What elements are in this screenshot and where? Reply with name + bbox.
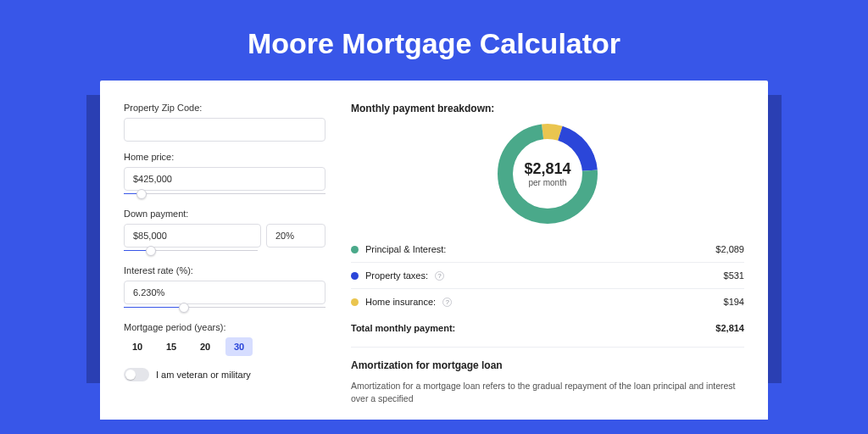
interest-rate-label: Interest rate (%): [124, 265, 326, 275]
amortization-title: Amortization for mortgage loan [351, 359, 744, 371]
legend-dot [351, 246, 359, 253]
breakdown-line: Property taxes:?$531 [351, 263, 744, 289]
breakdown-item-label: Property taxes: [365, 270, 428, 281]
calculator-card: Property Zip Code: Home price: Down paym… [100, 81, 768, 420]
info-icon[interactable]: ? [442, 298, 452, 307]
home-price-group: Home price: [124, 152, 326, 198]
down-payment-pct-input[interactable] [266, 224, 326, 248]
donut-chart: $2,814 per month [495, 121, 600, 226]
breakdown-item-value: $2,089 [715, 244, 744, 254]
breakdown-title: Monthly payment breakdown: [351, 103, 744, 114]
interest-rate-group: Interest rate (%): [124, 265, 326, 312]
home-price-slider[interactable] [124, 190, 326, 198]
zip-label: Property Zip Code: [124, 103, 326, 113]
down-payment-label: Down payment: [124, 209, 326, 219]
page-title: Moore Mortgage Calculator [0, 0, 868, 81]
veteran-toggle[interactable] [124, 368, 149, 381]
home-price-input[interactable] [124, 167, 326, 191]
breakdown-panel: Monthly payment breakdown: $2,814 per mo… [351, 103, 744, 420]
interest-rate-slider[interactable] [124, 303, 326, 312]
legend-dot [351, 298, 359, 306]
breakdown-item-label: Principal & Interest: [365, 244, 446, 254]
down-payment-input[interactable] [124, 224, 261, 248]
period-button-30[interactable]: 30 [225, 337, 253, 356]
donut-center-sub: per month [528, 178, 566, 187]
breakdown-item-value: $531 [724, 270, 744, 281]
period-button-10[interactable]: 10 [124, 337, 151, 356]
mortgage-period-label: Mortgage period (years): [124, 322, 326, 332]
mortgage-period-group: Mortgage period (years): 10152030 [124, 322, 326, 356]
breakdown-item-label: Home insurance: [365, 297, 436, 307]
donut-chart-wrap: $2,814 per month [351, 121, 744, 226]
veteran-label: I am veteran or military [156, 370, 251, 380]
legend-dot [351, 272, 359, 280]
down-payment-group: Down payment: [124, 209, 326, 255]
breakdown-line: Home insurance:?$194 [351, 289, 744, 314]
period-button-20[interactable]: 20 [192, 337, 219, 356]
donut-center-amount: $2,814 [524, 160, 570, 178]
amortization-section: Amortization for mortgage loan Amortizat… [351, 347, 744, 404]
veteran-row: I am veteran or military [124, 368, 326, 381]
breakdown-line: Principal & Interest:$2,089 [351, 236, 744, 263]
info-icon[interactable]: ? [435, 271, 444, 281]
total-value: $2,814 [715, 323, 744, 333]
zip-input[interactable] [124, 118, 326, 142]
breakdown-item-value: $194 [724, 297, 744, 307]
amortization-body: Amortization for a mortgage loan refers … [351, 380, 744, 404]
home-price-label: Home price: [124, 152, 326, 162]
down-payment-slider[interactable] [124, 247, 258, 255]
zip-group: Property Zip Code: [124, 103, 326, 142]
input-form: Property Zip Code: Home price: Down paym… [124, 103, 326, 420]
period-button-15[interactable]: 15 [158, 337, 185, 356]
interest-rate-input[interactable] [124, 281, 326, 304]
total-row: Total monthly payment: $2,814 [351, 314, 744, 343]
total-label: Total monthly payment: [351, 323, 455, 333]
